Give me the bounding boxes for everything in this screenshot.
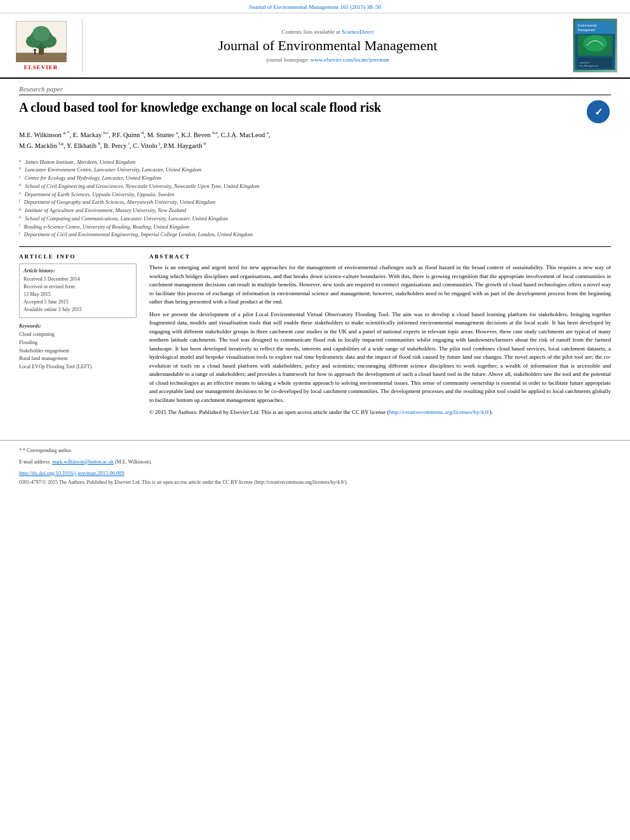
main-content: Research paper A cloud based tool for kn… [0, 79, 630, 427]
email-label: E-mail address: [19, 459, 51, 465]
email-section: E-mail address: mark.wilkinson@hutton.ac… [19, 458, 611, 466]
abstract-text: There is an emerging and urgent need for… [149, 263, 611, 417]
elsevier-logo-section: ELSEVIER [6, 18, 83, 72]
kw-stakeholder: Stakeholder engagement [19, 347, 137, 356]
affiliation-h: h School of Computing and Communications… [19, 215, 611, 223]
kw-rural: Rural land management [19, 355, 137, 363]
svg-point-6 [32, 26, 50, 41]
received-date: Received 5 December 2014 [23, 276, 132, 283]
abstract-heading: ABSTRACT [149, 253, 611, 260]
svg-point-7 [34, 49, 36, 51]
corresponding-author-note: * * Corresponding author. [19, 447, 611, 455]
copyright-bottom: 0301-4797/© 2015 The Authors. Published … [19, 479, 611, 486]
available-date: Available online 3 July 2015 [23, 306, 132, 314]
doi-link[interactable]: http://dx.doi.org/10.1016/j.jenvman.2015… [19, 470, 611, 476]
page-footer: * * Corresponding author. E-mail address… [0, 440, 630, 492]
affiliation-e: e Department of Earth Sciences, Uppsala … [19, 190, 611, 199]
svg-point-15 [583, 35, 607, 51]
journal-citation: Journal of Environmental Management 161 … [249, 4, 381, 10]
affiliation-j: j Department of Civil and Environmental … [19, 230, 611, 239]
journal-cover-section: Environmental Management Journal of Env.… [573, 18, 624, 72]
kw-left: Local EVOp Flooding Tool (LEFT) [19, 363, 137, 371]
elsevier-label: ELSEVIER [24, 64, 58, 70]
article-history-box: Article history: Received 5 December 201… [19, 263, 137, 318]
email-name: (M.E. Wilkinson). [115, 459, 152, 465]
two-column-section: ARTICLE INFO Article history: Received 5… [19, 246, 611, 421]
abstract-copyright: © 2015 The Authors. Published by Elsevie… [149, 408, 611, 417]
right-column: ABSTRACT There is an emerging and urgent… [149, 253, 611, 421]
abstract-paragraph1: There is an emerging and urgent need for… [149, 263, 611, 307]
svg-rect-8 [34, 51, 36, 55]
journal-top-bar: Journal of Environmental Management 161 … [0, 0, 630, 13]
crossmark-icon: ✓ [587, 100, 610, 123]
keywords-label: Keywords: [19, 323, 137, 329]
article-title: A cloud based tool for knowledge exchang… [19, 99, 586, 116]
kw-flooding: Flooding [19, 339, 137, 347]
affiliation-f: f Department of Geography and Earth Scie… [19, 198, 611, 206]
accepted-date: Accepted 5 June 2015 [23, 298, 132, 306]
science-direct-link: Contents lists available at ScienceDirec… [282, 29, 374, 35]
authors-line: M.E. Wilkinson a, *, E. Mackay b,c, P.F.… [19, 130, 611, 152]
journal-cover-thumb: Environmental Management Journal of Env.… [573, 18, 617, 72]
affiliation-d: d School of Civil Engineering and Geosci… [19, 182, 611, 190]
journal-title: Journal of Environmental Management [218, 37, 437, 54]
article-title-row: A cloud based tool for knowledge exchang… [19, 99, 611, 124]
svg-text:Environmental: Environmental [578, 24, 597, 27]
revised-label: Received in revised form [23, 283, 132, 291]
affiliation-c: c Centre for Ecology and Hydrology, Lanc… [19, 174, 611, 182]
page: Journal of Environmental Management 161 … [0, 0, 630, 840]
svg-text:Management: Management [578, 29, 596, 32]
history-label: Article history: [23, 268, 132, 274]
revised-date: 13 May 2015 [23, 291, 132, 298]
svg-text:Env. Management: Env. Management [579, 65, 598, 67]
article-type-label: Research paper [19, 85, 611, 95]
elsevier-tree-illustration [16, 21, 67, 62]
affiliations: a James Hutton Institute, Aberdeen, Unit… [19, 158, 611, 239]
journal-url[interactable]: www.elsevier.com/locate/jenvman [311, 57, 389, 63]
left-column: ARTICLE INFO Article history: Received 5… [19, 253, 137, 421]
kw-cloud-computing: Cloud computing [19, 331, 137, 339]
cover-image: Environmental Management Journal of Env.… [573, 21, 617, 70]
email-link[interactable]: mark.wilkinson@hutton.ac.uk [52, 459, 114, 465]
keywords-section: Keywords: Cloud computing Flooding Stake… [19, 323, 137, 371]
corresponding-label: * Corresponding author. [23, 448, 72, 453]
journal-header: ELSEVIER Contents lists available at Sci… [0, 13, 630, 79]
svg-text:Journal of: Journal of [579, 62, 590, 64]
journal-header-center: Contents lists available at ScienceDirec… [89, 18, 566, 72]
science-direct-anchor[interactable]: ScienceDirect [342, 29, 373, 35]
abstract-paragraph2: Here we present the development of a pil… [149, 310, 611, 405]
svg-text:✓: ✓ [594, 107, 603, 117]
journal-homepage: journal homepage: www.elsevier.com/locat… [266, 57, 389, 63]
affiliation-i: i Reading e-Science Centre, University o… [19, 223, 611, 231]
article-info-heading: ARTICLE INFO [19, 253, 137, 260]
elsevier-logo: ELSEVIER [16, 21, 67, 70]
affiliation-a: a James Hutton Institute, Aberdeen, Unit… [19, 158, 611, 166]
affiliation-g: g Institute of Agriculture and Environme… [19, 206, 611, 215]
cc-license-link[interactable]: http://creativecommons.org/licenses/by/4… [389, 409, 490, 415]
crossmark-badge[interactable]: ✓ [586, 99, 611, 124]
affiliation-b: b Lancaster Environment Centre, Lancaste… [19, 166, 611, 174]
